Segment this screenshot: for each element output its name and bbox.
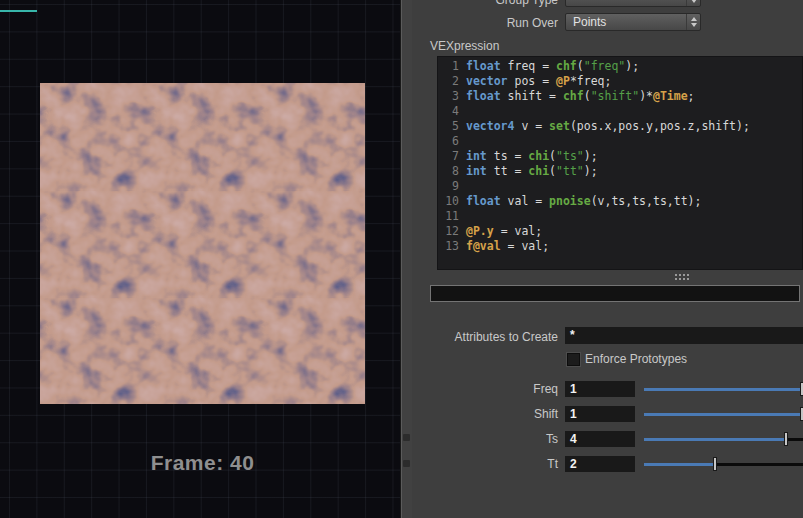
snippet-input[interactable] <box>430 285 800 302</box>
line-number: 11 <box>438 209 463 224</box>
code-line[interactable]: 12@P.y = val; <box>438 224 802 239</box>
line-number: 4 <box>438 104 463 119</box>
shift-slider[interactable] <box>644 406 803 422</box>
scrollbar-mark <box>403 460 410 467</box>
tt-input[interactable]: 2 <box>565 456 635 472</box>
frame-counter: Frame: 40 <box>40 451 365 475</box>
freq-label: Freq <box>412 382 558 396</box>
line-number: 13 <box>438 239 463 254</box>
line-number: 8 <box>438 164 463 179</box>
group-type-dropdown[interactable] <box>565 0 701 7</box>
slider-handle[interactable] <box>713 457 717 471</box>
shift-label: Shift <box>412 407 558 421</box>
run-over-label: Run Over <box>412 16 558 30</box>
ts-input[interactable]: 4 <box>565 431 635 447</box>
slider-handle[interactable] <box>784 432 788 446</box>
scene-viewport[interactable]: Frame: 40 <box>0 0 400 518</box>
line-number: 7 <box>438 149 463 164</box>
run-over-value: Points <box>566 15 686 29</box>
group-type-label: Group Type <box>412 0 558 7</box>
ts-slider[interactable] <box>644 431 803 447</box>
scrollbar-mark <box>403 434 410 441</box>
code-line[interactable]: 6 <box>438 134 802 149</box>
line-number: 5 <box>438 119 463 134</box>
parameter-panel: Group Type Run Over Points VEXpression 1… <box>412 0 803 518</box>
run-over-dropdown[interactable]: Points <box>565 13 701 31</box>
code-line[interactable]: 4 <box>438 104 802 119</box>
code-line[interactable]: 9 <box>438 179 802 194</box>
enforce-prototypes-label: Enforce Prototypes <box>585 352 687 366</box>
line-number: 2 <box>438 74 463 89</box>
tt-slider[interactable] <box>644 456 803 472</box>
code-line[interactable]: 11 <box>438 209 802 224</box>
line-number: 12 <box>438 224 463 239</box>
editor-resize-grip-icon[interactable] <box>674 273 690 281</box>
line-number: 1 <box>438 59 463 74</box>
vexpression-label: VEXpression <box>430 39 499 53</box>
code-line[interactable]: 1float freq = chf("freq"); <box>438 59 802 74</box>
code-line[interactable]: 8int tt = chi("tt"); <box>438 164 802 179</box>
ts-label: Ts <box>412 432 558 446</box>
line-number: 6 <box>438 134 463 149</box>
houdini-window: Frame: 40 Group Type Run Over Points VEX… <box>0 0 803 518</box>
freq-input[interactable]: 1 <box>565 381 635 397</box>
tt-label: Tt <box>412 457 558 471</box>
code-line[interactable]: 2vector pos = @P*freq; <box>438 74 802 89</box>
attributes-to-create-input[interactable]: * <box>565 327 803 344</box>
code-line[interactable]: 13f@val = val; <box>438 239 802 254</box>
code-line[interactable]: 10float val = pnoise(v,ts,ts,ts,tt); <box>438 194 802 209</box>
line-number: 9 <box>438 179 463 194</box>
code-line[interactable]: 3float shift = chf("shift")*@Time; <box>438 89 802 104</box>
dropdown-arrows-icon <box>686 0 700 6</box>
attributes-to-create-label: Attributes to Create <box>412 330 558 344</box>
viewport-highlight-line <box>0 10 37 12</box>
enforce-prototypes-checkbox[interactable] <box>567 353 580 366</box>
vex-code-lines: 1float freq = chf("freq");2vector pos = … <box>438 59 802 254</box>
shift-input[interactable]: 1 <box>565 406 635 422</box>
vex-code-editor[interactable]: 1float freq = chf("freq");2vector pos = … <box>437 56 803 270</box>
noise-texture-image <box>40 83 365 404</box>
line-number: 10 <box>438 194 463 209</box>
code-line[interactable]: 5vector4 v = set(pos.x,pos.y,pos.z,shift… <box>438 119 802 134</box>
line-number: 3 <box>438 89 463 104</box>
dropdown-arrows-icon <box>686 14 700 30</box>
pane-divider[interactable] <box>400 0 412 518</box>
code-line[interactable]: 7int ts = chi("ts"); <box>438 149 802 164</box>
freq-slider[interactable] <box>644 381 803 397</box>
